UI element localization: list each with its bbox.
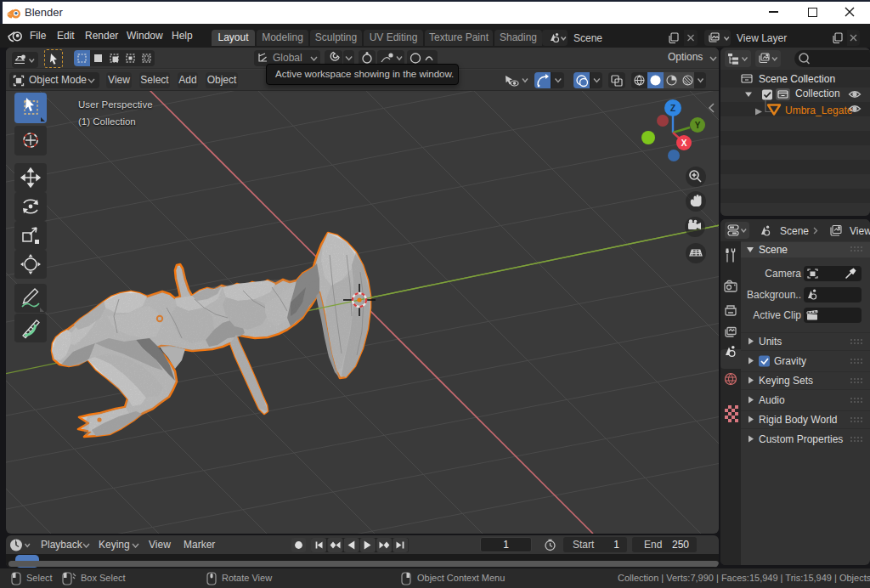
- svg-text:Gravity: Gravity: [774, 355, 806, 367]
- svg-text:Umbra_Legate: Umbra_Legate: [785, 105, 853, 116]
- svg-text:Y: Y: [695, 121, 701, 130]
- svg-text:Collection: Collection: [795, 88, 840, 99]
- svg-text:Custom Properties: Custom Properties: [759, 433, 843, 445]
- svg-text:Scene Collection: Scene Collection: [759, 73, 835, 85]
- svg-text:Units: Units: [759, 336, 782, 348]
- svg-text:X: X: [681, 139, 687, 148]
- svg-text:Rigid Body World: Rigid Body World: [759, 414, 837, 426]
- svg-text:Keying Sets: Keying Sets: [759, 375, 813, 387]
- svg-text:Scene: Scene: [780, 225, 809, 237]
- svg-text:Audio: Audio: [759, 394, 785, 406]
- svg-text:Z: Z: [670, 104, 675, 113]
- svg-text:View: View: [850, 225, 870, 237]
